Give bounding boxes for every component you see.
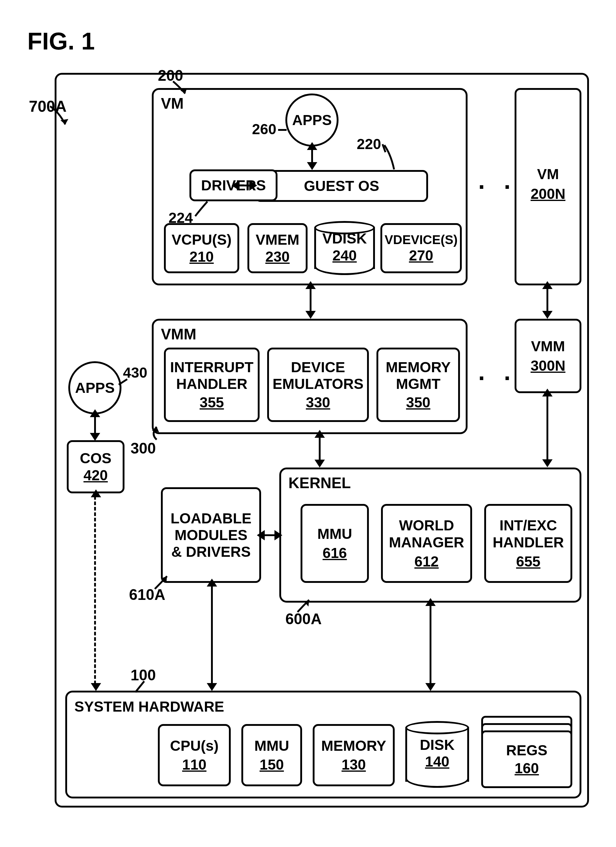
int-handler-ref: 355 bbox=[199, 394, 224, 411]
vdevice-ref: 270 bbox=[409, 247, 433, 264]
guest-os-box: GUEST OS bbox=[255, 170, 428, 202]
vcpu-label: VCPU(S) bbox=[171, 231, 231, 248]
kernel-ref-arrow bbox=[294, 598, 316, 615]
hw-mmu-ref: 150 bbox=[260, 756, 284, 773]
loadable-ref-arrow bbox=[152, 574, 173, 592]
cpu-ref: 110 bbox=[182, 756, 207, 773]
vm-apps-label: APPS bbox=[292, 112, 332, 128]
disk-label: DISK bbox=[405, 736, 469, 753]
guestos-leader-svg bbox=[382, 143, 400, 173]
arrow-cos-hardware-dashed bbox=[94, 496, 96, 684]
vdisk-label: VDISK bbox=[314, 230, 375, 247]
vdisk-cyl: VDISK 240 bbox=[314, 221, 375, 275]
regs-ref: 160 bbox=[515, 760, 539, 776]
vm-apps-circle: APPS bbox=[285, 93, 338, 147]
mem-mgmt-label: MEMORY MGMT bbox=[386, 359, 451, 392]
arrow-vmmn-kernel bbox=[547, 395, 548, 460]
memory-box: MEMORY 130 bbox=[313, 724, 395, 786]
regs-label: REGS bbox=[506, 742, 547, 758]
world-mgr-label: WORLD MANAGER bbox=[389, 517, 464, 550]
arrow-loadable-hardware bbox=[211, 585, 213, 684]
int-exc-ref: 655 bbox=[516, 553, 541, 570]
cos-label: COS bbox=[80, 450, 111, 466]
guest-os-label: GUEST OS bbox=[304, 178, 379, 194]
vm-apps-ref: 260 bbox=[252, 121, 276, 137]
memory-label: MEMORY bbox=[321, 738, 386, 754]
disk-cyl: DISK 140 bbox=[405, 721, 469, 788]
vmem-label: VMEM bbox=[256, 231, 299, 248]
mem-mgmt-ref: 350 bbox=[406, 394, 430, 411]
arrow-apps-guestos bbox=[311, 149, 313, 163]
arrow-cosapps-cos bbox=[94, 416, 96, 434]
int-handler-box: INTERRUPT HANDLER 355 bbox=[164, 348, 260, 422]
figure-label: FIG. 1 bbox=[27, 27, 95, 55]
dev-emu-ref: 330 bbox=[306, 394, 330, 411]
guest-os-ref: 220 bbox=[357, 136, 381, 152]
vm-n-box: VM 200N bbox=[515, 88, 581, 285]
dev-emu-label: DEVICE EMULATORS bbox=[273, 359, 364, 392]
cos-apps-leader bbox=[117, 378, 129, 387]
arrow-loadable-kernel bbox=[263, 534, 276, 536]
cos-box: COS 420 bbox=[67, 440, 124, 493]
world-mgr-ref: 612 bbox=[414, 553, 439, 570]
outer-ref-arrow bbox=[47, 103, 71, 131]
vmm-label: VMM bbox=[161, 325, 196, 343]
arrow-vm-vmm bbox=[310, 288, 312, 312]
vm-label: VM bbox=[161, 95, 184, 112]
int-exc-box: INT/EXC HANDLER 655 bbox=[484, 504, 572, 583]
vmm-n-ref: 300N bbox=[531, 357, 566, 374]
vdevice-box: VDEVICE(S) 270 bbox=[380, 223, 462, 273]
int-handler-label: INTERRUPT HANDLER bbox=[170, 359, 254, 392]
loadable-label: LOADABLE MODULES & DRIVERS bbox=[171, 510, 252, 561]
drivers-leader bbox=[193, 201, 214, 218]
hw-mmu-box: MMU 150 bbox=[241, 724, 302, 786]
kernel-label: KERNEL bbox=[288, 474, 351, 492]
vcpu-ref: 210 bbox=[189, 248, 214, 265]
vmm-ref-arrow bbox=[143, 425, 164, 443]
kernel-mmu-box: MMU 616 bbox=[301, 504, 369, 583]
kernel-mmu-label: MMU bbox=[317, 525, 352, 542]
vmm-n-label: VMM bbox=[531, 338, 565, 354]
cos-apps-label: APPS bbox=[75, 379, 115, 396]
apps-leader bbox=[278, 129, 287, 131]
cpu-label: CPU(s) bbox=[170, 738, 219, 754]
loadable-box: LOADABLE MODULES & DRIVERS bbox=[161, 487, 261, 583]
regs-box: REGS 160 bbox=[481, 716, 572, 789]
vmem-ref: 230 bbox=[265, 248, 290, 265]
svg-marker-0 bbox=[61, 119, 68, 124]
kernel-mmu-ref: 616 bbox=[322, 544, 347, 561]
disk-ref: 140 bbox=[405, 753, 469, 770]
arrow-kernel-hardware bbox=[430, 605, 431, 684]
dev-emu-box: DEVICE EMULATORS 330 bbox=[267, 348, 369, 422]
vmem-box: VMEM 230 bbox=[247, 223, 307, 273]
hw-mmu-label: MMU bbox=[254, 738, 290, 754]
vm-n-label: VM bbox=[537, 166, 559, 183]
vm-ref-arrow bbox=[170, 79, 191, 97]
hardware-label: SYSTEM HARDWARE bbox=[74, 698, 224, 715]
vcpu-box: VCPU(S) 210 bbox=[164, 223, 239, 273]
int-exc-label: INT/EXC HANDLER bbox=[493, 517, 564, 550]
vm-n-ref: 200N bbox=[531, 186, 566, 202]
vdisk-ref: 240 bbox=[314, 247, 375, 264]
vdevice-label: VDEVICE(S) bbox=[385, 233, 458, 247]
vmm-n-box: VMM 300N bbox=[515, 319, 581, 393]
cpu-box: CPU(s) 110 bbox=[158, 724, 231, 786]
hardware-leader bbox=[134, 680, 149, 694]
memory-ref: 130 bbox=[341, 756, 366, 773]
arrow-drivers-guestos bbox=[238, 184, 250, 186]
mem-mgmt-box: MEMORY MGMT 350 bbox=[377, 348, 460, 422]
cos-apps-circle: APPS bbox=[68, 361, 121, 415]
cos-ref: 420 bbox=[83, 467, 108, 484]
arrow-vmn-vmmn bbox=[547, 288, 548, 312]
world-mgr-box: WORLD MANAGER 612 bbox=[381, 504, 472, 583]
arrow-vmm-kernel bbox=[319, 437, 321, 461]
